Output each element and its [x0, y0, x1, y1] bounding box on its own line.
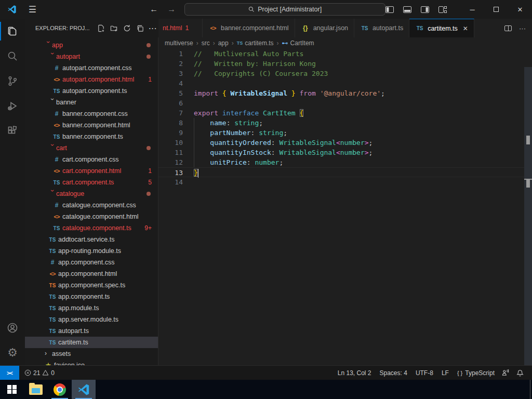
run-debug-activity-icon[interactable] [0, 94, 25, 118]
code-line-11[interactable]: 11 quantityInStock: WritableSignal<numbe… [158, 148, 532, 157]
minimize-button[interactable]: ─ [460, 0, 484, 19]
tree-file-favicon.ico[interactable]: ★favicon.ico [25, 360, 158, 365]
tab-banner.component.html[interactable]: <>banner.component.html [203, 19, 295, 37]
breadcrumb-item-multiverse[interactable]: multiverse [165, 39, 193, 47]
tree-file-app-routing.module.ts[interactable]: TSapp-routing.module.ts [25, 245, 158, 257]
tree-file-addtocart.service.ts[interactable]: TSaddtocart.service.ts [25, 234, 158, 245]
tree-file-app.component.spec.ts[interactable]: TSapp.component.spec.ts [25, 280, 158, 291]
tree-file-catalogue.component.html[interactable]: <>catalogue.component.html [25, 211, 158, 222]
code-line-9[interactable]: 9 partNumber: string; [158, 128, 532, 138]
tab-autopart.ts[interactable]: TSautopart.ts [354, 19, 409, 37]
code-token: from [300, 89, 316, 97]
maximize-button[interactable] [484, 0, 508, 19]
code-token: > [365, 139, 369, 147]
tree-file-catalogue.component.css[interactable]: #catalogue.component.css [25, 200, 158, 211]
code-line-1[interactable]: 1// Mutliversal Auto Parts [158, 49, 532, 59]
editor-scrollbar[interactable] [524, 67, 532, 365]
status-indentation[interactable]: Spaces: 4 [376, 369, 411, 377]
vscode-taskbar-icon[interactable] [72, 380, 96, 399]
code-line-8[interactable]: 8 name: string; [158, 118, 532, 128]
code-line-2[interactable]: 2// Written by: Harrison Kong [158, 59, 532, 69]
breadcrumb-item-src[interactable]: src [202, 39, 210, 47]
tree-file-autopart.component.ts[interactable]: TSautopart.component.ts [25, 85, 158, 97]
code-line-13[interactable]: 13} [158, 167, 532, 177]
tree-file-autopart.ts[interactable]: TSautopart.ts [25, 325, 158, 337]
account-icon[interactable] [0, 315, 25, 340]
tree-folder-autopart[interactable]: ›autopart [25, 51, 158, 62]
editor-area[interactable]: multiverse›src›app›TScartitem.ts›⊷CartIt… [158, 37, 532, 365]
split-editor-icon[interactable] [504, 25, 512, 31]
tree-file-cartitem.ts[interactable]: TScartitem.ts [25, 337, 158, 348]
close-button[interactable]: ✕ [508, 0, 532, 19]
tree-file-app.component.ts[interactable]: TSapp.component.ts [25, 291, 158, 302]
refresh-icon[interactable] [123, 24, 131, 32]
new-folder-icon[interactable] [110, 24, 118, 32]
feedback-icon[interactable] [499, 369, 512, 376]
editor-more-actions[interactable]: ··· [519, 24, 526, 32]
explorer-activity-icon[interactable] [0, 19, 25, 44]
customize-layout-icon[interactable] [438, 6, 447, 13]
tree-file-app.component.css[interactable]: #app.component.css [25, 257, 158, 268]
search-activity-icon[interactable] [0, 44, 25, 69]
tab-angular.json[interactable]: {}angular.json [295, 19, 354, 37]
toggle-secondary-sidebar-icon[interactable] [421, 6, 429, 13]
tree-file-app.module.ts[interactable]: TSapp.module.ts [25, 302, 158, 314]
toggle-sidebar-icon[interactable] [385, 6, 394, 13]
tree-folder-banner[interactable]: ›banner [25, 97, 158, 108]
notifications-bell-icon[interactable] [513, 369, 527, 377]
source-control-activity-icon[interactable] [0, 69, 25, 94]
code-line-7[interactable]: 7export interface CartItem { [158, 108, 532, 118]
tree-file-cart.component.ts[interactable]: TScart.component.ts5 [25, 177, 158, 188]
code-view[interactable]: 1// Mutliversal Auto Parts2// Written by… [158, 49, 532, 187]
problems-status[interactable]: 21 0 [24, 369, 55, 377]
code-line-4[interactable]: 4 [158, 78, 532, 88]
tree-file-autopart.component.css[interactable]: #autopart.component.css [25, 62, 158, 74]
back-arrow-icon[interactable]: ← [145, 5, 163, 14]
status-language[interactable]: { }TypeScript [453, 369, 499, 377]
tree-file-catalogue.component.ts[interactable]: TScatalogue.component.ts9+ [25, 222, 158, 234]
explorer-more-actions[interactable]: ··· [149, 24, 157, 32]
menu-icon[interactable]: ☰ [24, 4, 42, 15]
show-desktop-button[interactable] [530, 380, 532, 399]
breadcrumb-item-CartItem[interactable]: ⊷CartItem [282, 39, 314, 47]
status-encoding[interactable]: UTF-8 [411, 369, 437, 377]
tree-file-app.component.html[interactable]: <>app.component.html [25, 268, 158, 280]
extensions-activity-icon[interactable] [0, 118, 25, 143]
code-line-14[interactable]: 14 [158, 177, 532, 187]
breadcrumb-item-app[interactable]: app [218, 39, 229, 47]
tree-file-banner.component.ts[interactable]: TSbanner.component.ts [25, 131, 158, 142]
toggle-panel-icon[interactable] [403, 6, 411, 13]
status-label: LF [442, 369, 449, 377]
tree-folder-cart[interactable]: ›cart [25, 142, 158, 154]
code-line-10[interactable]: 10 quantityOrdered: WritableSignal<numbe… [158, 138, 532, 148]
chrome-taskbar-icon[interactable] [48, 380, 72, 399]
tree-file-banner.component.html[interactable]: <>banner.component.html [25, 119, 158, 131]
line-number: 5 [158, 88, 183, 98]
remote-indicator[interactable]: >< [0, 366, 19, 380]
tree-file-autopart.component.html[interactable]: <>autopart.component.html1 [25, 74, 158, 85]
tree-file-banner.component.css[interactable]: #banner.component.css [25, 108, 158, 119]
tree-file-cart.component.css[interactable]: #cart.component.css [25, 154, 158, 165]
breadcrumb-item-cartitem.ts[interactable]: TScartitem.ts [237, 39, 274, 47]
new-file-icon[interactable] [97, 24, 105, 32]
tab-nt.html[interactable]: nt.html1 [158, 19, 203, 37]
collapse-folders-icon[interactable] [136, 24, 144, 32]
status-line-col[interactable]: Ln 13, Col 2 [334, 369, 376, 377]
file-explorer-taskbar-icon[interactable] [24, 380, 48, 399]
start-button[interactable] [0, 380, 24, 399]
tree-folder-app[interactable]: ›app [25, 39, 158, 51]
forward-arrow-icon[interactable]: → [163, 5, 180, 14]
code-line-12[interactable]: 12 unitPrice: number; [158, 157, 532, 167]
command-center-search[interactable]: Project [Administrator] [184, 3, 385, 16]
code-line-6[interactable]: 6 [158, 98, 532, 108]
code-line-5[interactable]: 5import { WritableSignal } from '@angula… [158, 88, 532, 98]
tree-file-app.server.module.ts[interactable]: TSapp.server.module.ts [25, 314, 158, 325]
settings-gear-icon[interactable]: ⚙ [0, 340, 25, 365]
code-line-3[interactable]: 3// Copyrights (C) Coursera 2023 [158, 69, 532, 78]
status-eol[interactable]: LF [437, 369, 453, 377]
tree-folder-assets[interactable]: ›assets [25, 348, 158, 360]
tree-file-cart.component.html[interactable]: <>cart.component.html1 [25, 165, 158, 177]
tab-close-icon[interactable]: ✕ [463, 25, 468, 32]
tab-cartitem.ts[interactable]: TScartitem.ts✕ [409, 19, 474, 37]
tree-folder-catalogue[interactable]: ›catalogue [25, 188, 158, 200]
